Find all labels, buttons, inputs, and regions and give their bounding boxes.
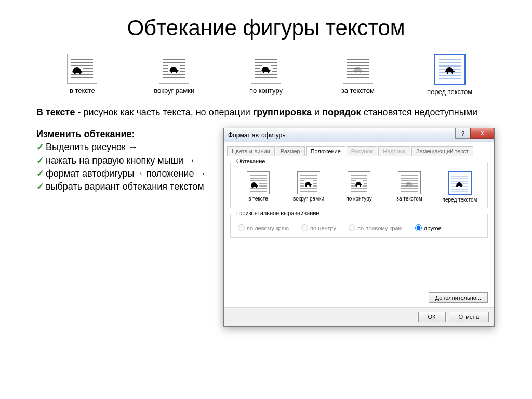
help-button[interactable]: ?	[455, 128, 471, 139]
group-align-title: Горизонтальное выравнивание	[234, 210, 321, 216]
group-align: Горизонтальное выравнивание по левому кр…	[230, 214, 488, 238]
wrap-square[interactable]: вокруг рамки	[151, 54, 197, 96]
align-other[interactable]: другое	[415, 224, 442, 231]
dlg-wrap-behind-icon	[398, 171, 421, 194]
wrap-inline-icon	[67, 54, 97, 84]
dlg-wrap-tight[interactable]: по контуру	[339, 171, 379, 203]
align-center[interactable]: по центру	[301, 224, 336, 231]
dlg-wrap-front[interactable]: перед текстом	[440, 171, 480, 203]
tab-size[interactable]: Размер	[276, 146, 305, 156]
tab-bar: Цвета и линии Размер Положение Рисунок Н…	[224, 142, 494, 156]
dlg-wrap-square-icon	[297, 171, 320, 194]
tab-textbox: Надпись	[378, 146, 410, 156]
wrap-behind-label: за текстом	[335, 87, 381, 95]
instructions: Изменить обтекание: ✓Выделить рисунок → …	[36, 128, 213, 193]
tab-picture: Рисунок	[347, 146, 378, 156]
dialog-title: Формат автофигуры	[228, 131, 287, 139]
instr-step-4: ✓выбрать вариант обтекания текстом	[36, 180, 213, 193]
wrap-behind-icon	[343, 54, 373, 84]
wrap-options-row: в тексте вокруг рамки по контуру за текс…	[0, 54, 532, 96]
instructions-heading: Изменить обтекание:	[36, 128, 213, 141]
wrap-inline[interactable]: в тексте	[59, 54, 105, 96]
dialog-footer: ОК Отмена	[224, 307, 494, 326]
wrap-square-label: вокруг рамки	[151, 87, 197, 95]
wrap-inline-label: в тексте	[59, 87, 105, 95]
dlg-wrap-tight-label: по контуру	[339, 196, 379, 202]
dlg-wrap-behind-label: за текстом	[389, 196, 430, 202]
dialog-titlebar: Формат автофигуры ? ✕	[224, 128, 494, 142]
wrap-front-icon	[434, 54, 466, 85]
cancel-button[interactable]: Отмена	[449, 312, 489, 322]
group-wrap-title: Обтекание	[234, 158, 267, 164]
dlg-wrap-inline-icon	[247, 171, 270, 194]
instr-step-3: ✓формат автофигуры→ положение →	[36, 167, 213, 180]
instr-step-2: ✓нажать на правую кнопку мыши →	[36, 154, 213, 167]
align-left[interactable]: по левому краю	[238, 224, 289, 231]
dlg-wrap-square-label: вокруг рамки	[288, 196, 329, 202]
tab-alttext[interactable]: Замещающий текст	[411, 146, 473, 156]
wrap-behind[interactable]: за текстом	[335, 54, 381, 96]
format-autoshape-dialog: Формат автофигуры ? ✕ Цвета и линии Разм…	[223, 128, 495, 327]
slide-title: Обтекание фигуры текстом	[0, 0, 532, 46]
dlg-wrap-square[interactable]: вокруг рамки	[288, 171, 329, 203]
wrap-front-label: перед текстом	[427, 88, 473, 96]
dlg-wrap-behind[interactable]: за текстом	[389, 171, 430, 203]
wrap-tight[interactable]: по контуру	[243, 54, 289, 96]
dlg-wrap-tight-icon	[348, 171, 370, 194]
tab-position[interactable]: Положение	[306, 146, 345, 156]
instr-step-1: ✓Выделить рисунок →	[36, 141, 213, 154]
dlg-wrap-front-icon	[448, 171, 472, 195]
tab-colors[interactable]: Цвета и линии	[227, 146, 275, 156]
dlg-wrap-inline-label: в тексте	[238, 196, 278, 202]
dlg-wrap-front-label: перед текстом	[440, 197, 480, 203]
advanced-button[interactable]: Дополнительно...	[429, 292, 488, 303]
wrap-tight-icon	[251, 54, 281, 84]
wrap-front[interactable]: перед текстом	[427, 54, 473, 96]
close-button[interactable]: ✕	[470, 128, 494, 139]
ok-button[interactable]: ОК	[418, 312, 446, 322]
wrap-square-icon	[159, 54, 189, 84]
align-right[interactable]: по правому краю	[349, 224, 403, 231]
dlg-wrap-inline[interactable]: в тексте	[238, 171, 278, 203]
description: В тексте - рисунок как часть текста, но …	[0, 96, 532, 123]
group-wrap: Обтекание в тексте вокруг рамки по конту…	[230, 162, 488, 208]
wrap-tight-label: по контуру	[243, 87, 289, 95]
